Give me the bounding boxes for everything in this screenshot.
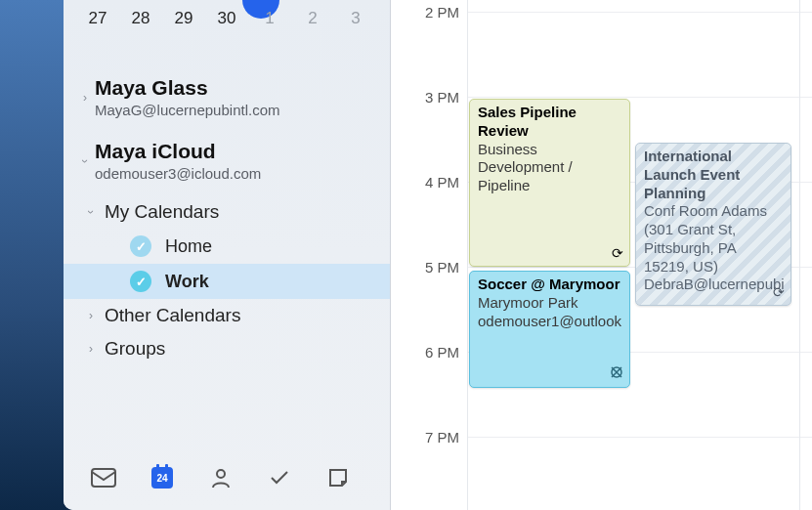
mini-cal-day[interactable]: 3 <box>337 0 374 37</box>
account-name: Maya Glass <box>95 76 376 100</box>
calendar-group-label: My Calendars <box>105 201 219 223</box>
time-label: 4 PM <box>425 174 459 191</box>
app-window: 27 28 29 30 1 2 3 › Maya Glass MayaG@luc… <box>64 0 812 510</box>
account-email: odemouser3@icloud.com <box>95 165 376 182</box>
event-organizer: DebraB@lucernepubi <box>644 276 783 294</box>
account-info: Maya Glass MayaG@lucernepubintl.com <box>93 76 376 118</box>
chevron-right-icon: › <box>83 309 99 322</box>
calendar-day-view[interactable]: 2 PM 3 PM 4 PM 5 PM 6 PM 7 PM Sales Pipe… <box>391 0 812 510</box>
sidebar: 27 28 29 30 1 2 3 › Maya Glass MayaG@luc… <box>64 0 391 510</box>
account-info: Maya iCloud odemouser3@icloud.com <box>93 140 376 182</box>
event-soccer[interactable]: Soccer @ Marymoor Marymoor Park odemouse… <box>469 271 630 388</box>
account-block: › Maya iCloud odemouser3@icloud.com › My… <box>64 138 390 365</box>
event-title: Soccer @ Marymoor <box>478 276 621 294</box>
chevron-right-icon: › <box>77 91 93 105</box>
calendar-group-label: Other Calendars <box>105 305 240 326</box>
calendar-checkbox[interactable]: ✓ <box>130 235 151 257</box>
mini-cal-day[interactable]: 28 <box>122 0 159 37</box>
calendar-checkbox[interactable]: ✓ <box>130 271 151 292</box>
calendar-label: Work <box>165 272 209 292</box>
chevron-down-icon: › <box>84 204 98 220</box>
account-row[interactable]: › Maya Glass MayaG@lucernepubintl.com <box>64 74 390 120</box>
time-gutter: 2 PM 3 PM 4 PM 5 PM 6 PM 7 PM <box>391 0 467 510</box>
account-row[interactable]: › Maya iCloud odemouser3@icloud.com <box>64 138 390 184</box>
busy-icon <box>610 365 623 384</box>
mini-cal-day[interactable]: 30 <box>208 0 245 37</box>
mail-icon[interactable] <box>89 463 118 492</box>
account-name: Maya iCloud <box>95 140 376 163</box>
recurring-icon: ⟳ <box>612 245 623 263</box>
mini-calendar: 27 28 29 30 1 2 3 <box>64 0 390 45</box>
event-location: Marymoor Park <box>478 294 621 313</box>
calendar-group-label: Groups <box>105 338 165 360</box>
mini-cal-row: 27 28 29 30 1 2 3 <box>73 0 380 37</box>
event-organizer: odemouser1@outlook <box>478 313 621 331</box>
mini-cal-day[interactable]: 27 <box>79 0 116 37</box>
people-icon[interactable] <box>206 463 235 492</box>
time-label: 5 PM <box>425 259 459 276</box>
day-column: Sales Pipeline Review Business Developme… <box>467 0 812 510</box>
notes-icon[interactable] <box>323 463 353 492</box>
event-intl-launch[interactable]: International Launch Event Planning Conf… <box>635 143 791 306</box>
event-title: International Launch Event Planning <box>644 148 783 202</box>
chevron-down-icon: › <box>78 153 92 169</box>
time-label: 2 PM <box>425 4 459 21</box>
svg-rect-0 <box>92 469 115 487</box>
recurring-icon: ⟳ <box>773 284 785 302</box>
calendar-group-my-calendars[interactable]: › My Calendars <box>64 195 390 229</box>
account-block: › Maya Glass MayaG@lucernepubintl.com <box>64 74 390 120</box>
time-label: 6 PM <box>425 344 459 361</box>
chevron-right-icon: › <box>83 342 99 356</box>
calendar-item-home[interactable]: ✓ Home <box>64 229 390 264</box>
tasks-icon[interactable] <box>265 463 294 492</box>
time-label: 7 PM <box>425 429 459 446</box>
calendar-icon[interactable]: 24 <box>148 463 177 492</box>
accounts-list: › Maya Glass MayaG@lucernepubintl.com › … <box>64 45 390 449</box>
col-divider <box>799 0 800 510</box>
calendar-label: Home <box>165 236 212 257</box>
event-subtitle: Business Development / Pipeline <box>478 141 621 195</box>
mini-cal-day[interactable]: 2 <box>294 0 331 37</box>
calendar-group-other[interactable]: › Other Calendars <box>64 299 390 332</box>
event-title: Sales Pipeline Review <box>478 104 621 141</box>
mini-cal-day[interactable]: 1 <box>251 0 288 37</box>
time-label: 3 PM <box>425 89 459 106</box>
col-divider <box>467 0 468 510</box>
calendar-icon-date: 24 <box>151 467 173 489</box>
svg-point-1 <box>217 470 225 478</box>
event-location: Conf Room Adams (301 Grant St, Pittsburg… <box>644 202 783 276</box>
account-email: MayaG@lucernepubintl.com <box>95 102 376 118</box>
mini-cal-day[interactable]: 29 <box>165 0 202 37</box>
module-switcher: 24 <box>64 449 390 510</box>
calendar-item-work[interactable]: ✓ Work <box>64 264 390 299</box>
event-sales-pipeline[interactable]: Sales Pipeline Review Business Developme… <box>469 99 630 267</box>
calendar-group-groups[interactable]: › Groups <box>64 332 390 365</box>
